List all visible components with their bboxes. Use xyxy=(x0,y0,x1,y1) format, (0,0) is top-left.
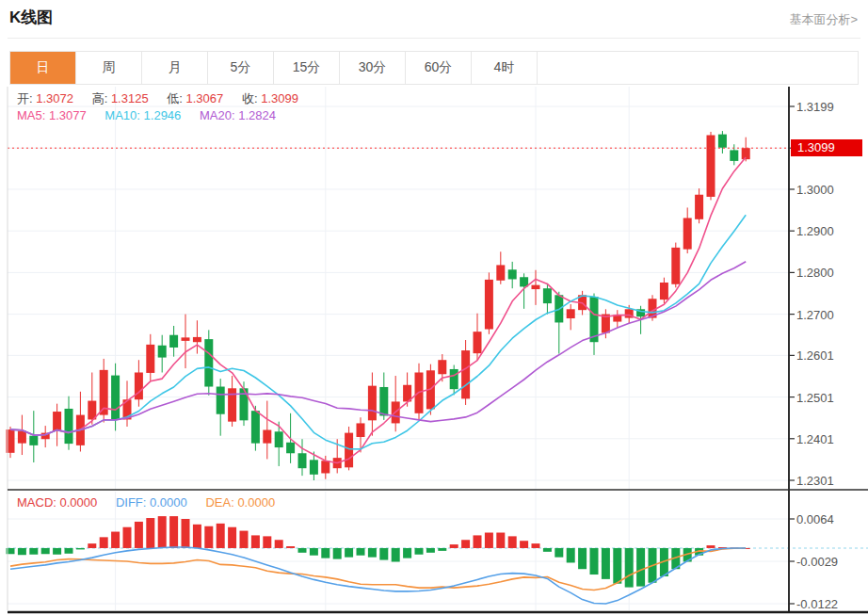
candle-body xyxy=(532,285,540,289)
diff-line xyxy=(10,547,746,604)
ma5-label: MA5: xyxy=(17,108,45,122)
price-axis-label: 1.3199 xyxy=(796,100,834,114)
candle-body xyxy=(193,337,201,342)
candle-body xyxy=(29,436,38,445)
ma20-value: 1.2824 xyxy=(238,108,276,122)
macd-histogram-bar xyxy=(146,518,154,548)
candle-body xyxy=(718,135,727,148)
candle-body xyxy=(286,443,295,453)
macd-histogram-bar xyxy=(508,536,517,548)
diff-label: DIFF: xyxy=(116,495,147,510)
macd-histogram-bar xyxy=(543,548,552,552)
macd-legend-row: MACD: 0.0000 DIFF: 0.0000 DEA: 0.0000 xyxy=(17,495,290,510)
macd-histogram-bar xyxy=(368,548,377,558)
candle-body xyxy=(217,387,225,414)
close-value: 1.3099 xyxy=(261,91,298,105)
ma10-value: 1.2946 xyxy=(144,108,182,122)
price-axis-label: 1.2601 xyxy=(796,348,834,363)
macd-histogram-bar xyxy=(555,548,563,558)
candle-body xyxy=(65,409,73,444)
macd-histogram-bar xyxy=(461,540,470,548)
ma10-line xyxy=(10,215,746,449)
macd-histogram-bar xyxy=(321,548,330,558)
ma-legend-row: MA5: 1.3077 MA10: 1.2946 MA20: 1.2824 xyxy=(17,108,291,122)
candle-body xyxy=(345,433,353,468)
macd-histogram-bar xyxy=(240,531,249,548)
dea-value: 0.0000 xyxy=(237,495,275,510)
macd-histogram-bar xyxy=(298,548,307,553)
candle-body xyxy=(182,337,190,341)
high-label: 高: xyxy=(92,91,108,105)
candle-body xyxy=(508,269,517,279)
macd-histogram-bar xyxy=(123,527,132,548)
candle-body xyxy=(251,411,260,443)
macd-axis-label: 0.0064 xyxy=(796,512,834,526)
macd-histogram-bar xyxy=(707,545,715,548)
candle-body xyxy=(310,460,318,474)
candle-body xyxy=(169,335,178,348)
candle-body xyxy=(496,265,505,280)
macd-histogram-bar xyxy=(578,548,587,569)
candle-body xyxy=(683,218,692,249)
price-axis-label: 1.2700 xyxy=(796,307,834,321)
candle-body xyxy=(567,309,575,318)
macd-histogram-bar xyxy=(53,548,61,555)
macd-histogram-bar xyxy=(590,548,599,575)
macd-histogram-bar xyxy=(357,548,365,556)
macd-histogram-bar xyxy=(29,548,38,555)
macd-histogram-bar xyxy=(450,544,458,548)
price-axis-label: 1.2301 xyxy=(796,474,834,488)
candle-body xyxy=(357,423,365,437)
macd-histogram-bar xyxy=(65,548,73,554)
ma10-label: MA10: xyxy=(104,108,140,122)
macd-histogram-bar xyxy=(263,536,271,548)
macd-histogram-bar xyxy=(41,548,50,554)
macd-histogram-bar xyxy=(496,533,505,548)
candle-body xyxy=(671,248,680,284)
candle-body xyxy=(263,430,271,444)
candle-body xyxy=(111,376,120,420)
candle-body xyxy=(53,412,61,431)
candle-body xyxy=(485,280,493,330)
macd-label: MACD: xyxy=(17,495,56,510)
macd-value: 0.0000 xyxy=(60,495,98,510)
ohlc-info-row: 开: 1.3072 高: 1.3125 低: 1.3067 收: 1.3099 xyxy=(17,90,313,107)
macd-histogram-bar xyxy=(392,548,400,562)
macd-histogram-bar xyxy=(182,519,190,548)
dea-line xyxy=(10,548,746,591)
candle-body xyxy=(450,369,458,389)
macd-histogram-bar xyxy=(403,548,411,558)
macd-histogram-bar xyxy=(379,548,388,560)
candle-body xyxy=(368,386,377,421)
macd-histogram-bar xyxy=(18,548,26,555)
low-value: 1.3067 xyxy=(186,91,224,105)
macd-axis-label: -0.0122 xyxy=(796,597,838,611)
macd-histogram-bar xyxy=(625,548,634,588)
macd-histogram-bar xyxy=(204,526,213,548)
macd-histogram-bar xyxy=(158,516,167,548)
price-axis-label: 1.2900 xyxy=(796,224,834,238)
macd-histogram-bar xyxy=(217,524,225,548)
candle-body xyxy=(18,430,26,443)
macd-histogram-bar xyxy=(193,525,201,548)
candle-body xyxy=(461,350,470,398)
candle-body xyxy=(707,136,715,197)
high-value: 1.3125 xyxy=(111,91,149,105)
macd-histogram-bar xyxy=(345,548,353,558)
diff-value: 0.0000 xyxy=(150,495,187,510)
macd-histogram-bar xyxy=(228,527,236,548)
candle-body xyxy=(228,388,236,421)
candle-body xyxy=(660,283,668,299)
candle-body xyxy=(275,431,283,447)
candle-body xyxy=(204,339,213,386)
macd-histogram-bar xyxy=(76,548,85,549)
macd-histogram-bar xyxy=(135,522,143,548)
macd-histogram-bar xyxy=(438,548,446,551)
price-axis-label: 1.3000 xyxy=(796,182,834,196)
candle-body xyxy=(695,195,703,219)
last-price-tag: 1.3099 xyxy=(791,139,862,156)
macd-histogram-bar xyxy=(310,548,318,556)
open-label: 开: xyxy=(17,91,33,105)
ma5-value: 1.3077 xyxy=(49,108,87,122)
macd-histogram-bar xyxy=(275,540,283,548)
